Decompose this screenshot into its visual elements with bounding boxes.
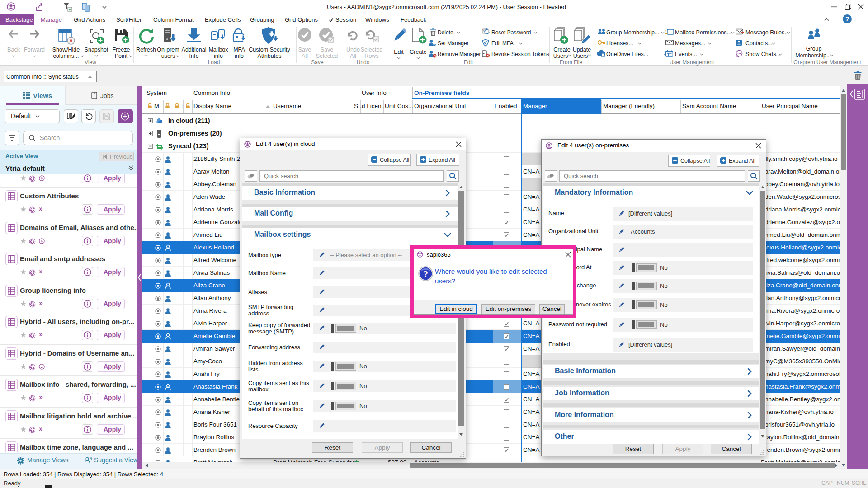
svg-text:?: ? xyxy=(845,15,849,23)
svg-text:?: ? xyxy=(423,268,428,280)
